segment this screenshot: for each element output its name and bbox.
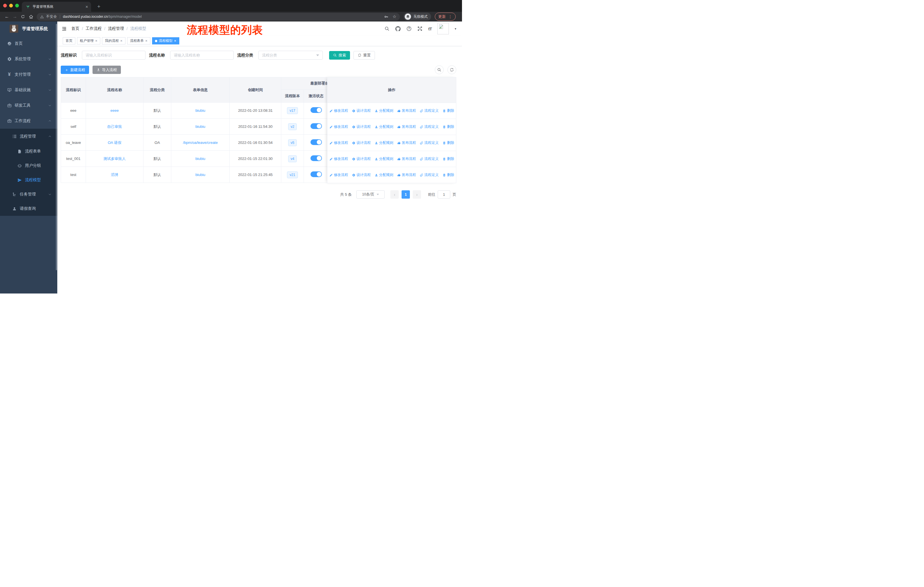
forward-button[interactable]: → (11, 13, 19, 21)
avatar[interactable] (437, 23, 449, 35)
process-definition-link[interactable]: 流程定义 (420, 108, 439, 113)
model-name-link[interactable]: OA 请假 (108, 141, 121, 145)
reset-button[interactable]: 重置 (353, 51, 375, 60)
sidebar-item-system[interactable]: 系统管理 (0, 51, 57, 67)
zoom-window-button[interactable] (15, 4, 19, 7)
sidebar-item-process-management[interactable]: 流程管理 (0, 129, 57, 144)
sidebar-item-user-group[interactable]: 用户分组 (0, 159, 57, 173)
edit-process-link[interactable]: 修改流程 (329, 124, 348, 129)
model-name-link[interactable]: 测试多审批人 (103, 157, 126, 161)
password-key-icon[interactable] (384, 14, 389, 19)
design-process-link[interactable]: 设计流程 (352, 124, 371, 129)
address-bar[interactable]: 不安全 dashboard.yudao.iocoder.cn/bpm/manag… (37, 13, 400, 21)
import-process-button[interactable]: 导入流程 (92, 66, 121, 74)
process-definition-link[interactable]: 流程定义 (420, 141, 439, 146)
fullscreen-icon[interactable] (417, 26, 422, 31)
close-icon[interactable]: ✕ (120, 39, 122, 42)
design-process-link[interactable]: 设计流程 (352, 108, 371, 113)
form-link[interactable]: biubiu (195, 172, 205, 177)
next-page-button[interactable]: › (413, 190, 421, 198)
design-process-link[interactable]: 设计流程 (352, 157, 371, 161)
publish-process-link[interactable]: 发布流程 (397, 141, 416, 146)
name-input[interactable] (170, 51, 234, 60)
active-toggle[interactable] (310, 155, 322, 161)
search-button[interactable]: 搜索 (329, 51, 350, 60)
create-process-button[interactable]: ＋ 新建流程 (61, 66, 89, 74)
publish-process-link[interactable]: 发布流程 (397, 124, 416, 129)
bookmark-star-icon[interactable]: ☆ (393, 14, 396, 19)
sidebar-logo[interactable]: 芋道管理系统 (0, 21, 57, 36)
sidebar-item-home[interactable]: 首页 (0, 36, 57, 51)
assign-rule-link[interactable]: 分配规则 (375, 172, 394, 177)
goto-page-input[interactable] (438, 190, 450, 198)
delete-link[interactable]: 删除 (442, 124, 454, 129)
key-input[interactable] (82, 51, 145, 60)
close-icon[interactable]: ✕ (145, 39, 147, 42)
sidebar-item-infrastructure[interactable]: 基础设施 (0, 82, 57, 98)
search-icon[interactable] (384, 26, 389, 31)
tag-tenant[interactable]: 租户管理✕ (77, 37, 100, 45)
sidebar-item-task-management[interactable]: 任务管理 (0, 187, 57, 202)
github-icon[interactable] (395, 26, 401, 31)
chevron-down-icon[interactable]: ▾ (455, 27, 456, 31)
assign-rule-link[interactable]: 分配规则 (375, 157, 394, 161)
close-icon[interactable]: ✕ (95, 39, 97, 42)
active-toggle[interactable] (310, 139, 322, 145)
sidebar-item-leave-query[interactable]: 请假查询 (0, 202, 57, 216)
not-secure-label[interactable]: 不安全 (46, 14, 57, 19)
version-badge[interactable]: v2 (288, 123, 297, 130)
sidebar-fold-icon[interactable] (61, 26, 67, 31)
form-link[interactable]: biubiu (195, 124, 205, 129)
edit-process-link[interactable]: 修改流程 (329, 141, 348, 146)
form-link[interactable]: /bpm/oa/leave/create (183, 141, 218, 145)
prev-page-button[interactable]: ‹ (390, 190, 399, 198)
delete-link[interactable]: 删除 (442, 157, 454, 161)
model-name-link[interactable]: 滔博 (111, 172, 118, 177)
tag-process-form[interactable]: 流程表单✕ (127, 37, 150, 45)
tag-home[interactable]: 首页 (63, 37, 75, 45)
sidebar-item-process-model[interactable]: 流程模型 (0, 173, 57, 187)
sidebar-item-workflow[interactable]: 工作流程 (0, 113, 57, 129)
design-process-link[interactable]: 设计流程 (352, 172, 371, 177)
sidebar-item-process-form[interactable]: 流程表单 (0, 144, 57, 159)
publish-process-link[interactable]: 发布流程 (397, 172, 416, 177)
publish-process-link[interactable]: 发布流程 (397, 157, 416, 161)
delete-link[interactable]: 删除 (442, 141, 454, 146)
font-size-icon[interactable]: tT (428, 26, 432, 31)
sidebar-item-payment[interactable]: ¥ 支付管理 (0, 67, 57, 82)
page-number-current[interactable]: 1 (402, 190, 410, 198)
close-icon[interactable]: ✕ (174, 39, 176, 42)
version-badge[interactable]: v17 (287, 107, 298, 114)
browser-menu-icon[interactable]: ⋮ (448, 14, 452, 19)
sidebar-scrollbar[interactable] (56, 24, 57, 270)
breadcrumb-workflow[interactable]: 工作流程 (86, 26, 102, 31)
assign-rule-link[interactable]: 分配规则 (375, 108, 394, 113)
reload-button[interactable] (19, 13, 27, 21)
browser-update-button[interactable]: 更新 ⋮ (435, 13, 456, 21)
close-window-button[interactable] (3, 4, 7, 7)
window-controls[interactable] (3, 4, 19, 7)
delete-link[interactable]: 删除 (442, 172, 454, 177)
edit-process-link[interactable]: 修改流程 (329, 108, 348, 113)
toggle-search-button[interactable] (435, 65, 444, 74)
model-name-link[interactable]: eeee (111, 108, 119, 112)
tag-process-model[interactable]: 流程模型✕ (152, 37, 179, 45)
active-toggle[interactable] (310, 171, 322, 177)
design-process-link[interactable]: 设计流程 (352, 141, 371, 146)
process-definition-link[interactable]: 流程定义 (420, 124, 439, 129)
process-definition-link[interactable]: 流程定义 (420, 157, 439, 161)
breadcrumb-home[interactable]: 首页 (71, 26, 79, 31)
back-button[interactable]: ← (3, 13, 11, 21)
assign-rule-link[interactable]: 分配规则 (375, 141, 394, 146)
new-tab-button[interactable]: + (95, 3, 102, 10)
minimize-window-button[interactable] (9, 4, 13, 7)
form-link[interactable]: biubiu (195, 157, 205, 161)
page-size-select[interactable]: 10条/页 (356, 190, 384, 198)
home-button[interactable] (27, 13, 35, 21)
version-badge[interactable]: v5 (288, 139, 297, 146)
model-name-link[interactable]: 自己审批 (107, 124, 122, 129)
active-toggle[interactable] (310, 107, 322, 113)
assign-rule-link[interactable]: 分配规则 (375, 124, 394, 129)
version-badge[interactable]: v4 (288, 155, 297, 162)
refresh-table-button[interactable] (447, 65, 456, 74)
